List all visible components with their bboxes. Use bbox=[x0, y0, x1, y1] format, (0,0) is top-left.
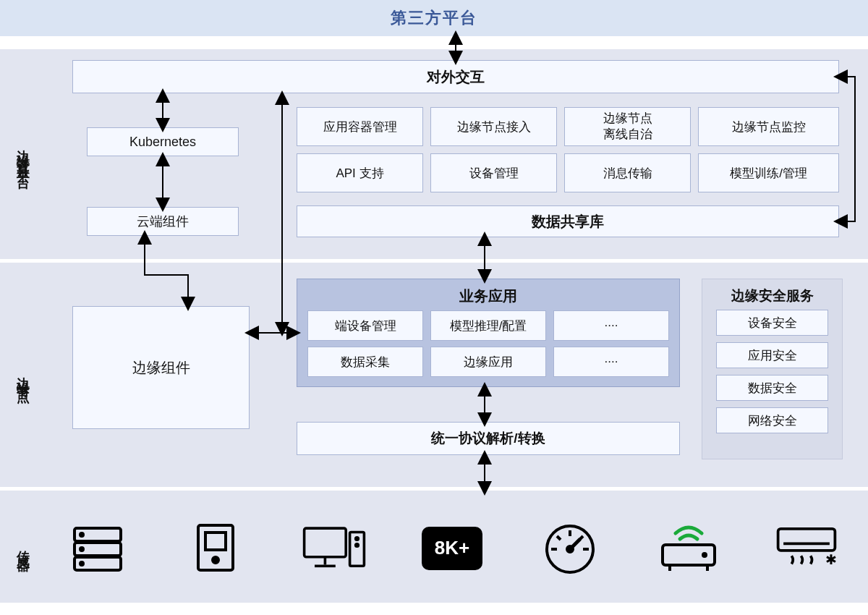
connector-arrows bbox=[0, 0, 868, 615]
